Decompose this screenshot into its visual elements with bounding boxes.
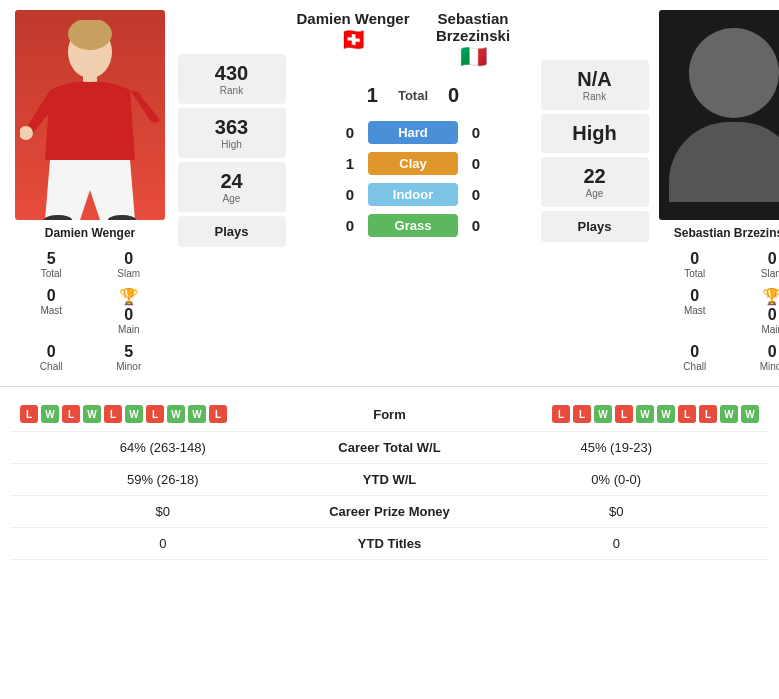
stats-center-3: YTD Titles: [300, 536, 480, 551]
surface-hard: 0 Hard 0: [293, 121, 533, 144]
form-badge-w-left: W: [83, 405, 101, 423]
form-badge-l-left: L: [62, 405, 80, 423]
right-body-silhouette: [669, 122, 780, 202]
right-chall-cell: 0 Chall: [656, 339, 734, 376]
left-flag: 🇨🇭: [293, 27, 413, 53]
form-row: LWLWLWLWWL Form LLWLWWLLWW: [10, 397, 769, 432]
surface-indoor: 0 Indoor 0: [293, 183, 533, 206]
total-row: 1 Total 0: [367, 84, 459, 107]
right-age-box: 22 Age: [541, 157, 649, 207]
form-badge-l-left: L: [146, 405, 164, 423]
left-rank-box: 430 Rank: [178, 54, 286, 104]
stats-left-2: $0: [26, 504, 300, 519]
left-slam-cell: 0 Slam: [90, 246, 168, 283]
form-badge-l-right: L: [699, 405, 717, 423]
form-badge-w-left: W: [188, 405, 206, 423]
left-minor-cell: 5 Minor: [90, 339, 168, 376]
left-player-name: Damien Wenger: [45, 226, 135, 240]
left-main-cell: 🏆 0 Main: [90, 283, 168, 339]
stats-row-2: $0Career Prize Money$0: [10, 496, 769, 528]
form-badge-l-right: L: [552, 405, 570, 423]
left-mid-stats: 430 Rank 363 High 24 Age Plays: [174, 10, 289, 376]
form-right: LLWLWWLLWW: [513, 405, 759, 423]
form-badge-w-right: W: [741, 405, 759, 423]
right-name-header: Sebastian Brzezinski 🇮🇹: [413, 10, 533, 70]
form-badge-l-right: L: [573, 405, 591, 423]
stats-center-1: YTD W/L: [300, 472, 480, 487]
right-head-silhouette: [689, 28, 779, 118]
form-badge-w-left: W: [41, 405, 59, 423]
center-col: Damien Wenger 🇨🇭 Sebastian Brzezinski 🇮🇹…: [293, 10, 533, 376]
left-player-stats: 5 Total 0 Slam 0 Mast 🏆 0 Main 0 Chall: [13, 246, 168, 376]
stats-right-0: 45% (19-23): [480, 440, 754, 455]
surface-rows: 0 Hard 0 1 Clay 0 0 Indoor 0 0 Grass 0: [293, 121, 533, 245]
form-badge-l-right: L: [615, 405, 633, 423]
right-player-name: Sebastian Brzezinski: [674, 226, 779, 240]
form-badge-w-right: W: [594, 405, 612, 423]
form-badge-l-left: L: [209, 405, 227, 423]
left-name-header: Damien Wenger 🇨🇭: [293, 10, 413, 70]
left-plays-box: Plays: [178, 216, 286, 247]
right-player-photo: [659, 10, 780, 220]
player-names-header: Damien Wenger 🇨🇭 Sebastian Brzezinski 🇮🇹: [293, 10, 533, 70]
stats-table: 64% (263-148)Career Total W/L45% (19-23)…: [10, 432, 769, 560]
stats-center-0: Career Total W/L: [300, 440, 480, 455]
surface-grass: 0 Grass 0: [293, 214, 533, 237]
right-high-box: High: [541, 114, 649, 153]
stats-row-3: 0YTD Titles0: [10, 528, 769, 560]
right-player-stats: 0 Total 0 Slam 0 Mast 🏆 0 Main 0 Chall: [656, 246, 779, 376]
right-flag: 🇮🇹: [413, 44, 533, 70]
top-region: Damien Wenger 5 Total 0 Slam 0 Mast 🏆 0 …: [0, 0, 779, 386]
stats-right-1: 0% (0-0): [480, 472, 754, 487]
left-age-box: 24 Age: [178, 162, 286, 212]
form-label: Form: [266, 407, 512, 422]
right-total-cell: 0 Total: [656, 246, 734, 283]
surface-clay: 1 Clay 0: [293, 152, 533, 175]
trophy-icon-right: 🏆: [762, 287, 779, 306]
right-mid-stats: N/A Rank High 22 Age Plays: [537, 10, 652, 376]
form-badge-w-right: W: [720, 405, 738, 423]
stats-right-3: 0: [480, 536, 754, 551]
form-badge-w-left: W: [167, 405, 185, 423]
stats-row-1: 59% (26-18)YTD W/L0% (0-0): [10, 464, 769, 496]
stats-left-1: 59% (26-18): [26, 472, 300, 487]
left-total-cell: 5 Total: [13, 246, 91, 283]
stats-left-0: 64% (263-148): [26, 440, 300, 455]
form-badge-l-left: L: [20, 405, 38, 423]
stats-left-3: 0: [26, 536, 300, 551]
left-high-box: 363 High: [178, 108, 286, 158]
form-left: LWLWLWLWWL: [20, 405, 266, 423]
left-player-photo: [15, 10, 165, 220]
form-badge-l-right: L: [678, 405, 696, 423]
left-mast-cell: 0 Mast: [13, 283, 91, 339]
right-minor-cell: 0 Minor: [734, 339, 780, 376]
right-slam-cell: 0 Slam: [734, 246, 780, 283]
left-player-col: Damien Wenger 5 Total 0 Slam 0 Mast 🏆 0 …: [10, 10, 170, 376]
form-badge-l-left: L: [104, 405, 122, 423]
form-badge-w-left: W: [125, 405, 143, 423]
stats-center-2: Career Prize Money: [300, 504, 480, 519]
form-section: LWLWLWLWWL Form LLWLWWLLWW 64% (263-148)…: [0, 386, 779, 570]
stats-right-2: $0: [480, 504, 754, 519]
stats-row-0: 64% (263-148)Career Total W/L45% (19-23): [10, 432, 769, 464]
trophy-icon-left: 🏆: [119, 287, 139, 306]
right-plays-box: Plays: [541, 211, 649, 242]
right-player-col: Sebastian Brzezinski 0 Total 0 Slam 0 Ma…: [656, 10, 779, 376]
right-rank-box: N/A Rank: [541, 60, 649, 110]
right-mast-cell: 0 Mast: [656, 283, 734, 339]
left-chall-cell: 0 Chall: [13, 339, 91, 376]
form-badge-w-right: W: [636, 405, 654, 423]
form-badge-w-right: W: [657, 405, 675, 423]
right-main-cell: 🏆 0 Main: [734, 283, 780, 339]
